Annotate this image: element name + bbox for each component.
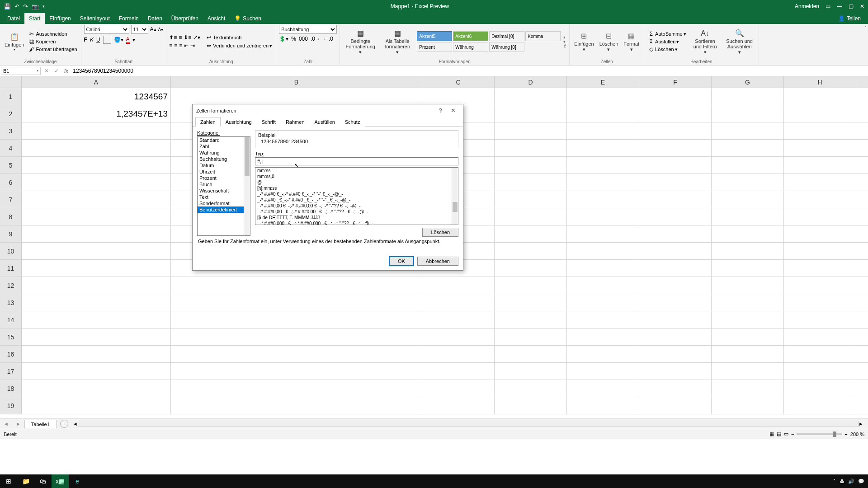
category-item[interactable]: Buchhaltung	[198, 156, 250, 162]
cell[interactable]	[639, 363, 712, 380]
cell-styles-gallery[interactable]: Akzent5 Akzent6 Dezimal [0] Komma Prozen…	[417, 31, 561, 52]
cell[interactable]	[567, 311, 639, 328]
cell[interactable]	[22, 191, 171, 208]
cell[interactable]	[712, 294, 784, 311]
redo-icon[interactable]: ↷	[23, 3, 28, 10]
dtab-zahlen[interactable]: Zahlen	[195, 117, 221, 127]
cell[interactable]	[712, 260, 784, 277]
cell[interactable]	[639, 208, 712, 225]
cell[interactable]: 1234567	[22, 88, 171, 105]
category-item[interactable]: Währung	[198, 150, 250, 156]
cell[interactable]	[567, 208, 639, 225]
cell[interactable]	[567, 225, 639, 242]
cell[interactable]	[171, 380, 422, 397]
cell[interactable]	[784, 157, 856, 174]
zoom-level[interactable]: 200 %	[850, 432, 864, 437]
cell[interactable]	[639, 88, 712, 105]
select-all-corner[interactable]	[0, 76, 22, 88]
view-pagelayout-icon[interactable]: ▤	[777, 431, 781, 437]
cell[interactable]	[495, 311, 567, 328]
format-cells-button[interactable]: ▦Format▾	[622, 30, 641, 53]
sheet-nav-next-icon[interactable]: ►	[12, 421, 24, 427]
touch-icon[interactable]: 📷	[32, 3, 39, 10]
tray-network-icon[interactable]: 🖧	[840, 479, 844, 484]
cell[interactable]	[567, 363, 639, 380]
category-item[interactable]: Prozent	[198, 175, 250, 181]
format-list[interactable]: mm:ssmm:ss,0@[h]:mm:ss_-* #.##0 €_-;-* #…	[255, 167, 458, 225]
cell[interactable]	[784, 88, 856, 105]
fill-button[interactable]: ↧Ausfüllen ▾	[647, 38, 687, 45]
cell[interactable]	[784, 208, 856, 225]
cell[interactable]	[712, 208, 784, 225]
hscroll-track[interactable]	[78, 421, 859, 427]
tab-daten[interactable]: Daten	[143, 13, 167, 24]
cell[interactable]	[712, 243, 784, 259]
close-icon[interactable]: ✕	[860, 3, 864, 9]
cell[interactable]	[22, 277, 171, 294]
row-header[interactable]: 16	[0, 346, 22, 362]
format-item[interactable]: _-* #.##0 €_-;-* #.##0 €_-;_-* "-" €_-;_…	[255, 191, 458, 197]
align-center-icon[interactable]: ≡	[174, 42, 177, 49]
cell[interactable]	[639, 346, 712, 362]
cell[interactable]	[22, 225, 171, 242]
row-header[interactable]: 15	[0, 328, 22, 345]
find-select-button[interactable]: 🔍Suchen und Auswählen▾	[723, 28, 756, 56]
format-item[interactable]: _-* #.##0,00 _€_-;-* #.##0,00 _€_-;_-* "…	[255, 209, 458, 215]
align-right-icon[interactable]: ≡	[179, 42, 182, 49]
style-akzent5[interactable]: Akzent5	[417, 31, 452, 41]
cell[interactable]	[171, 88, 422, 105]
zoom-out-icon[interactable]: −	[791, 432, 794, 437]
format-item[interactable]: [$-de-DE]TTTT, T. MMMM JJJJ	[255, 215, 458, 221]
share-button[interactable]: 👤 Teilen	[834, 13, 865, 24]
undo-icon[interactable]: ↶	[14, 3, 19, 10]
cell[interactable]	[422, 380, 495, 397]
format-item[interactable]: mm:ss	[255, 168, 458, 174]
row-header[interactable]: 8	[0, 208, 22, 225]
tray-notifications-icon[interactable]: 💬	[858, 479, 864, 484]
format-item[interactable]: _-* #.##0,000 _€_-;-* #.##0,000 _€_-;_-*…	[255, 221, 458, 225]
category-item[interactable]: Text	[198, 194, 250, 200]
ribbon-display-icon[interactable]: ▭	[826, 3, 830, 9]
cell[interactable]	[639, 380, 712, 397]
cell[interactable]	[495, 363, 567, 380]
cell[interactable]	[422, 328, 495, 345]
font-color-button[interactable]: A	[126, 36, 130, 44]
minimize-icon[interactable]: ―	[837, 3, 842, 9]
cell[interactable]	[495, 225, 567, 242]
col-header-f[interactable]: F	[639, 76, 712, 88]
cell[interactable]	[422, 88, 495, 105]
cell[interactable]	[639, 225, 712, 242]
cell[interactable]	[784, 122, 856, 139]
cell[interactable]	[495, 88, 567, 105]
cell[interactable]	[712, 140, 784, 156]
cell[interactable]	[567, 260, 639, 277]
hscroll-right-icon[interactable]: ►	[859, 421, 863, 427]
italic-button[interactable]: K	[90, 37, 94, 43]
ok-button[interactable]: OK	[389, 257, 414, 266]
catlist-scrollbar[interactable]	[244, 137, 250, 235]
cell[interactable]	[22, 328, 171, 345]
cell[interactable]	[495, 122, 567, 139]
cell[interactable]	[567, 88, 639, 105]
percent-icon[interactable]: %	[291, 36, 296, 42]
tab-einfuegen[interactable]: Einfügen	[45, 13, 75, 24]
cell[interactable]	[171, 311, 422, 328]
type-input[interactable]	[255, 157, 458, 165]
cell[interactable]	[495, 277, 567, 294]
category-item[interactable]: Bruch	[198, 181, 250, 188]
dtab-schutz[interactable]: Schutz	[340, 117, 365, 127]
cell[interactable]	[567, 105, 639, 122]
row-header[interactable]: 5	[0, 157, 22, 174]
cell[interactable]	[712, 105, 784, 122]
cell[interactable]	[22, 294, 171, 311]
inc-decimal-icon[interactable]: .0→	[311, 36, 321, 42]
number-format-combo[interactable]: Buchhaltung	[279, 25, 337, 34]
cell[interactable]	[784, 397, 856, 414]
cell[interactable]	[639, 294, 712, 311]
row-header[interactable]: 17	[0, 363, 22, 380]
cell[interactable]	[171, 397, 422, 414]
format-as-table-button[interactable]: ▦Als Tabelle formatieren▾	[380, 28, 415, 56]
cell[interactable]	[567, 157, 639, 174]
cell[interactable]	[784, 243, 856, 259]
dtab-schrift[interactable]: Schrift	[257, 117, 281, 127]
